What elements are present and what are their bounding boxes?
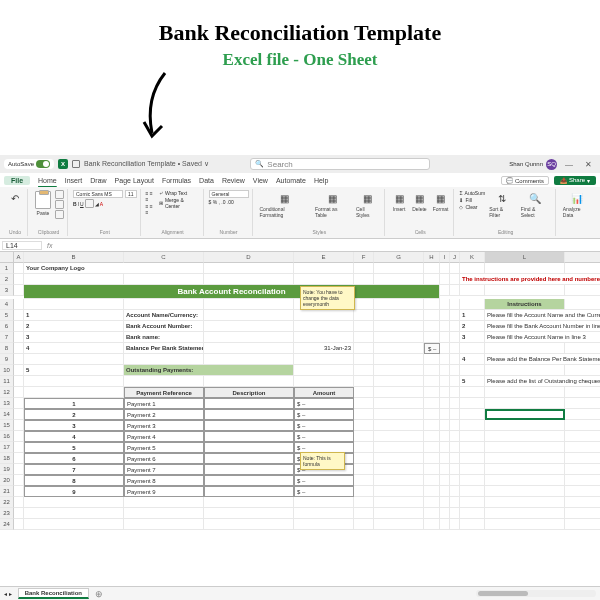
tab-formulas[interactable]: Formulas [162,177,191,184]
italic-button[interactable]: I [78,201,79,207]
font-size-select[interactable]: 11 [125,190,137,198]
excel-logo-icon: X [58,159,68,169]
marketing-subtitle: Excel file - One Sheet [0,50,600,70]
add-sheet-button[interactable]: ⊕ [95,589,103,599]
fx-icon[interactable]: fx [44,242,55,249]
sheet-nav-icon[interactable]: ◂ ▸ [4,590,12,597]
clear-button[interactable]: ◇ Clear [459,204,485,210]
undo-button[interactable]: ↶ [6,190,24,206]
copy-icon[interactable] [55,200,64,209]
ribbon-tabs: File Home Insert Draw Page Layout Formul… [0,173,600,187]
document-title[interactable]: Bank Reconciliation Template • Saved ∨ [84,160,209,168]
merge-button[interactable]: ⊞ Merge & Center [159,197,200,209]
search-icon: 🔍 [255,160,264,168]
formula-bar: L14 fx [0,239,600,252]
horizontal-scrollbar[interactable] [476,590,596,597]
tab-review[interactable]: Review [222,177,245,184]
fill-button[interactable]: ⬇ Fill [459,197,485,203]
conditional-formatting-button[interactable]: ▦Conditional Formatting [258,190,311,219]
cell-styles-button[interactable]: ▦Cell Styles [354,190,381,219]
share-button[interactable]: 📤 Share ▾ [554,176,596,185]
autosum-button[interactable]: Σ AutoSum [459,190,485,196]
note-2[interactable]: Note: This is formula [300,452,345,470]
excel-window: AutoSave X Bank Reconciliation Template … [0,155,600,600]
user-account[interactable]: Shan Qunnn SQ [509,159,557,170]
tab-automate[interactable]: Automate [276,177,306,184]
tab-draw[interactable]: Draw [90,177,106,184]
paste-button[interactable]: Paste [33,190,53,217]
cut-icon[interactable] [55,190,64,199]
format-painter-icon[interactable] [55,210,64,219]
tab-file[interactable]: File [4,176,30,185]
autosave-toggle[interactable]: AutoSave [4,159,54,169]
tab-insert[interactable]: Insert [65,177,83,184]
number-format-select[interactable]: General [209,190,249,198]
format-as-table-button[interactable]: ▦Format as Table [313,190,352,219]
font-color-icon[interactable]: A [100,201,103,207]
font-name-select[interactable]: Comic Sans MS [73,190,123,198]
note-1[interactable]: Note: You have to change the data everym… [300,286,355,310]
tab-data[interactable]: Data [199,177,214,184]
close-icon[interactable]: ✕ [581,160,596,169]
worksheet[interactable]: ABCDEFGHIJKLM1Your Company Logo2The inst… [0,252,600,600]
marketing-title: Bank Reconciliation Template [0,20,600,46]
name-box[interactable]: L14 [2,241,42,250]
minimize-icon[interactable]: — [561,160,577,169]
save-icon[interactable] [72,160,80,168]
delete-cells-button[interactable]: ▦Delete [410,190,428,213]
sort-filter-button[interactable]: ⇅Sort & Filter [487,190,517,219]
avatar-icon: SQ [546,159,557,170]
insert-cells-button[interactable]: ▦Insert [390,190,408,213]
border-icon[interactable] [85,199,94,208]
arrow-icon [130,68,180,152]
tab-page-layout[interactable]: Page Layout [115,177,154,184]
format-cells-button[interactable]: ▦Format [431,190,451,213]
ribbon: ↶ Undo Paste Clipboard Comic Sans MS11 B… [0,187,600,239]
bold-button[interactable]: B [73,201,77,207]
wrap-text-button[interactable]: ⤶ Wrap Text [159,190,200,196]
tab-view[interactable]: View [253,177,268,184]
tab-help[interactable]: Help [314,177,328,184]
sheet-tab-active[interactable]: Bank Reconciliation [18,588,89,599]
sheet-tabs-bar: ◂ ▸ Bank Reconciliation ⊕ [0,586,600,600]
comments-button[interactable]: 💬 Comments [501,176,549,185]
fill-color-icon[interactable]: ◢ [95,201,99,207]
underline-button[interactable]: U [80,201,84,207]
tab-home[interactable]: Home [38,177,57,184]
search-input[interactable]: 🔍 Search [250,158,430,170]
analyze-data-button[interactable]: 📊Analyze Data [561,190,594,219]
title-bar: AutoSave X Bank Reconciliation Template … [0,155,600,173]
find-select-button[interactable]: 🔍Find & Select [519,190,552,219]
